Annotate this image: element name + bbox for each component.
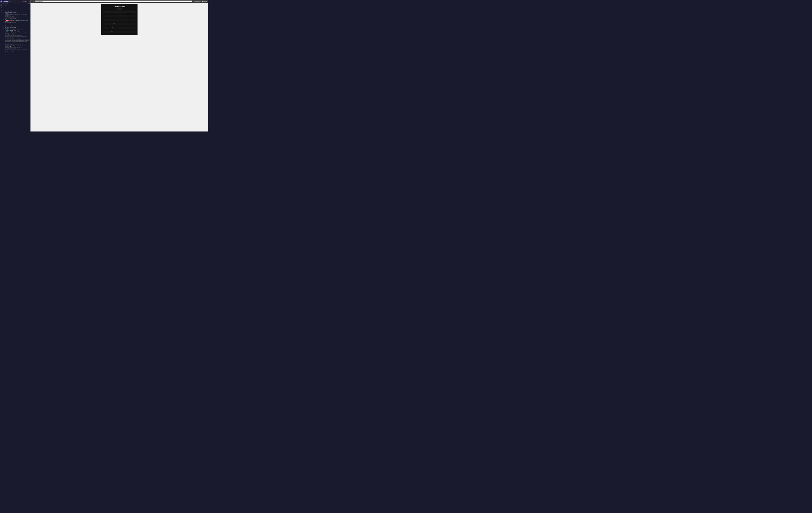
chrome-label: Chrome Beta 118 [195, 1, 200, 2]
sidebar: ⊞ ☰ 🐞 ⚙ [0, 0, 3, 131]
browser-panel: ◁ ▷ 🔒 http://localhost:3000/ Chrome Beta… [31, 0, 208, 131]
secure-icon: 🔒 [35, 1, 36, 2]
screen-chevron-icon: ▾ [206, 1, 207, 2]
code-line-6: 6 url [3, 19, 30, 20]
screen-size-badge[interactable]: ⬜ 1000×660 ▾ [202, 1, 207, 2]
passes-label: passes [5, 7, 7, 7]
tab-label[interactable]: react-sample [3, 1, 8, 2]
table-cell-name: sub [103, 13, 122, 15]
chrome-badge[interactable]: Chrome Beta 118 ▾ [193, 1, 201, 2]
nav-back-button[interactable]: ◁ [31, 1, 32, 2]
fetch-get-last: ●(fetch) GET https://localhost:0 ... [3, 52, 30, 53]
col-header-value: Value [122, 11, 136, 13]
spec-time: 00:02 [28, 3, 30, 4]
table-cell-name: email [103, 21, 122, 23]
table-row: emailnull [103, 21, 136, 23]
file-icon: 📄 [3, 3, 4, 4]
fetch-callback-url: (new url) http://localhost:3000/callback… [3, 39, 30, 43]
table-cell-value: null [122, 25, 136, 27]
table-cell-name: name [103, 15, 122, 17]
fetch-get-openid-1: ●(fetch) GET 200 http://localhost:3001/o… [3, 43, 30, 44]
passes-check-icon: ✓ [4, 7, 5, 7]
spec-filename: spec cy.ts [5, 3, 28, 4]
assert-badge-green: assert [6, 32, 8, 32]
chrome-chevron-icon: ▾ [200, 1, 201, 2]
table-row: usernamesimeng_test [103, 19, 136, 21]
fetch-line-1: ●(fetch) GET 200 http://localhost:3001/o… [3, 14, 30, 16]
check-icon: ✓ [23, 1, 23, 2]
code-line-11: 11 - type 1234asdf [3, 26, 30, 27]
table-cell-name: picture [103, 17, 122, 19]
code-line-9: 9 - type simeng_test [3, 24, 30, 25]
table-cell-value: GgTBDa3BVktZ [122, 13, 136, 15]
fetch-get-openid-2: ●(fetch) GET 200 http://localhost:3001/o… [3, 46, 30, 47]
col-header-name: Name [103, 11, 122, 13]
screen-icon: ⬜ [202, 1, 203, 2]
url-text: http://localhost:3000/ [36, 1, 191, 2]
table-cell-value: simeng_test [122, 19, 136, 21]
table-cell-name: phone_number_verified [103, 27, 122, 29]
table-cell-value: false [122, 27, 136, 29]
code-line-8: 8 get input[name="identifier"] [3, 22, 30, 24]
table-row: identities{} [103, 31, 136, 33]
sidebar-home-icon[interactable]: ⊞ [0, 4, 2, 6]
spin-icon: ⟳ [26, 1, 27, 2]
code-line-3: 3 get button:contains("Sign In") [3, 12, 30, 13]
table-row: namenull [103, 15, 136, 17]
table-cell-value: {} [122, 29, 136, 31]
table-cell-name: username [103, 19, 122, 21]
code-line-14: 14 - contains Logto React Sample [3, 30, 30, 31]
table-row: subGgTBDa3BVktZ [103, 13, 136, 15]
table-row: picturenull [103, 17, 136, 19]
table-cell-name: email_verified [103, 23, 122, 25]
spec-cs-label: CS [8, 1, 22, 2]
test-tree: template spec ✓ passes TEST BODY [3, 5, 30, 9]
table-cell-name: identities [103, 31, 122, 33]
sidebar-settings-icon[interactable]: ⚙ [0, 13, 2, 15]
chevron-button[interactable]: ⌄ [27, 1, 28, 2]
browser-content: Logto React Sample Sign Out Name Value s… [31, 3, 208, 131]
code-line-7: 7 - assert expected http://localhost:300… [3, 20, 30, 22]
app-title: Logto React Sample [103, 6, 136, 7]
app-logo [0, 1, 2, 2]
assert-badge-red: assert [6, 20, 8, 21]
table-cell-value: false [122, 23, 136, 25]
code-area: 1 Login Sign in with: simeng_test 2 visi… [3, 9, 30, 131]
url-bar[interactable]: 🔒 http://localhost:3000/ [35, 1, 192, 2]
nav-forward-button[interactable]: ▷ [33, 1, 34, 2]
table-cell-value: null [122, 15, 136, 17]
table-cell-name: custom_data [103, 29, 122, 31]
code-line-1: 1 Login Sign in with: simeng_test [3, 9, 30, 11]
test-controls: ✓ 1 ✕ 1 ⟳ ⌄ ↺ [23, 1, 30, 2]
test-panel: react-sample CS ✓ 1 ✕ 1 ⟳ ⌄ ↺ 📄 spec cy.… [3, 0, 30, 131]
sidebar-list-icon[interactable]: ☰ [0, 7, 2, 9]
sidebar-bug-icon[interactable]: 🐞 [0, 10, 2, 12]
table-row: email_verifiedfalse [103, 23, 136, 25]
code-line-12: 12 get button:contains("Sign in") [3, 27, 30, 28]
browser-toolbar: ◁ ▷ 🔒 http://localhost:3000/ Chrome Beta… [31, 0, 208, 3]
x-count: 1 [25, 1, 26, 2]
svg-rect-3 [1, 1, 2, 2]
code-line-10: 10 get input[name="password"] [3, 25, 30, 26]
svg-rect-1 [1, 1, 1, 2]
table-cell-name: phone_number [103, 25, 122, 27]
table-cell-value: null [122, 21, 136, 23]
sign-out-button[interactable]: Sign Out [117, 8, 122, 10]
fetch-get-openid-3: ●(fetch) GET 200 http://localhost:3001/o… [3, 49, 30, 51]
screen-size-text: 1000×660 [203, 1, 206, 2]
browser-meta: Chrome Beta 118 ▾ ⬜ 1000×660 ▾ [193, 1, 207, 2]
check-count: 1 [24, 1, 24, 2]
table-row: phone_numbernull [103, 25, 136, 27]
app-window: Logto React Sample Sign Out Name Value s… [101, 4, 137, 35]
table-row: custom_data{} [103, 29, 136, 31]
template-spec-label: template spec [3, 5, 8, 6]
code-line-5: 5 origin http://localhost:3001 [3, 18, 30, 19]
code-line-2: 2 visit http://localhost:3000 [3, 11, 30, 12]
chrome-icon [194, 1, 195, 2]
refresh-button[interactable]: ↺ [29, 1, 30, 2]
test-top-bar: react-sample CS ✓ 1 ✕ 1 ⟳ ⌄ ↺ [3, 0, 30, 3]
test-body-section: TEST BODY [3, 7, 30, 8]
table-cell-value: {} [122, 31, 136, 33]
data-table: Name Value subGgTBDa3BVktZnamenullpictur… [103, 11, 136, 33]
x-icon: ✕ [24, 1, 25, 2]
